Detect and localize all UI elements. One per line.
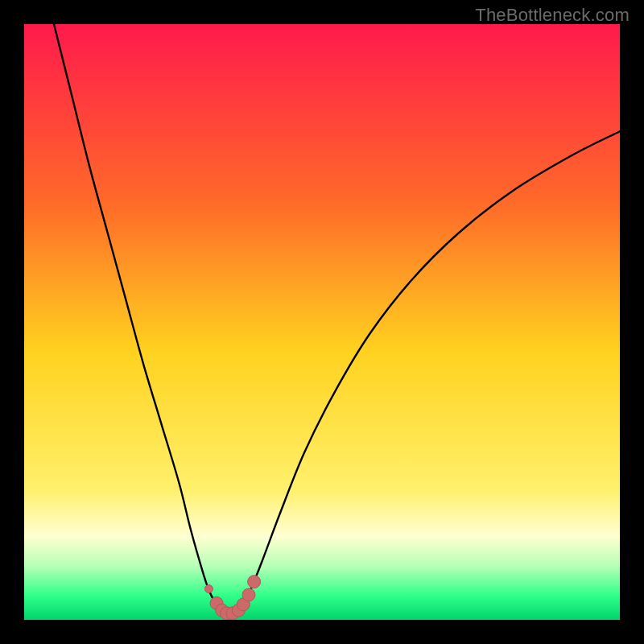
marker-point: [242, 588, 255, 601]
plot-area: [24, 24, 620, 620]
marker-point: [204, 585, 213, 593]
gradient-background: [24, 24, 620, 620]
marker-point: [248, 576, 261, 588]
bottleneck-chart: [24, 24, 620, 620]
watermark-text: TheBottleneck.com: [475, 5, 630, 26]
chart-frame: TheBottleneck.com: [0, 0, 644, 644]
